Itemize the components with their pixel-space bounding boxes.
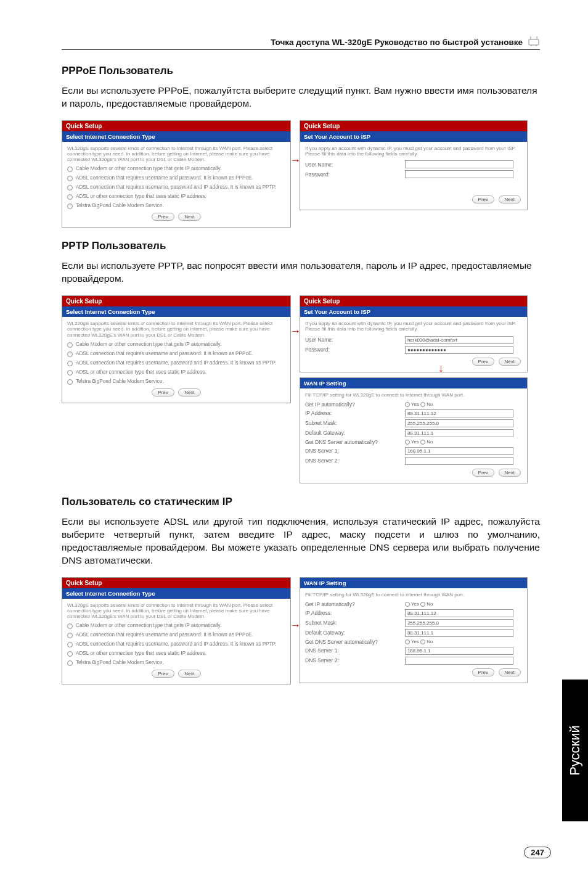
radio-label: Telstra BigPond Cable Modem Service. bbox=[76, 660, 163, 665]
section-text-pppoe: Если вы используете PPPoE, пожалуйтста в… bbox=[62, 84, 540, 110]
next-button[interactable]: Next bbox=[499, 195, 521, 203]
radio-icon[interactable] bbox=[67, 203, 73, 209]
radio-label: Cable Modem or other connection type tha… bbox=[76, 166, 221, 171]
username-label: User Name: bbox=[305, 337, 405, 343]
arrow-icon: → bbox=[290, 619, 301, 632]
panel-intro: WL320gE supports several kinds of connec… bbox=[67, 146, 285, 163]
radio-no[interactable] bbox=[420, 602, 425, 607]
page-header-title: Точка доступа WL-320gE Руководство по бы… bbox=[271, 38, 523, 47]
arrow-icon: → bbox=[290, 325, 301, 338]
panel-head: Quick Setup bbox=[300, 121, 527, 131]
radio-label: ADSL or other connection type that uses … bbox=[76, 194, 206, 199]
radio-icon[interactable] bbox=[67, 642, 73, 647]
password-label: Password: bbox=[305, 347, 405, 353]
mask-input[interactable]: 255.255.255.0 bbox=[405, 419, 513, 427]
password-input[interactable]: ●●●●●●●●●●●●● bbox=[405, 346, 513, 354]
panel-intro: Fill TCP/IP setting for WL320gE to conne… bbox=[305, 592, 522, 598]
radio-label: ADSL connection that requires username a… bbox=[76, 351, 253, 356]
radio-label: Telstra BigPond Cable Modem Service. bbox=[76, 203, 163, 208]
radio-yes[interactable] bbox=[405, 602, 410, 607]
username-input[interactable] bbox=[405, 160, 513, 168]
next-button[interactable]: Next bbox=[178, 388, 200, 396]
dns1-input[interactable]: 168.95.1.1 bbox=[405, 447, 513, 455]
panel-intro: If you apply an account with dynamic IP,… bbox=[305, 321, 522, 332]
get-ip-label: Get IP automatically? bbox=[305, 601, 405, 607]
panel-intro: WL320gE supports several kinds of connec… bbox=[67, 602, 285, 620]
radio-icon[interactable] bbox=[67, 651, 73, 657]
radio-icon[interactable] bbox=[67, 194, 73, 200]
panel-bar: Select Internet Connection Type bbox=[62, 131, 290, 142]
ip-label: IP Address: bbox=[305, 610, 405, 616]
radio-icon[interactable] bbox=[67, 370, 73, 376]
radio-label: Cable Modem or other connection type tha… bbox=[76, 623, 221, 628]
panel-head: Quick Setup bbox=[62, 296, 290, 306]
username-label: User Name: bbox=[305, 162, 405, 168]
radio-label: Cable Modem or other connection type tha… bbox=[76, 342, 221, 347]
next-button[interactable]: Next bbox=[178, 213, 200, 221]
radio-no[interactable] bbox=[420, 402, 425, 407]
language-tab: Русский bbox=[562, 680, 588, 821]
radio-icon[interactable] bbox=[67, 633, 73, 638]
panel-bar: Set Your Account to ISP bbox=[300, 306, 527, 317]
password-input[interactable] bbox=[405, 170, 513, 178]
dns2-label: DNS Server 2: bbox=[305, 657, 405, 663]
panel-intro: Fill TCP/IP setting for WL320gE to conne… bbox=[305, 392, 522, 398]
prev-button[interactable]: Prev bbox=[472, 469, 494, 477]
radio-icon[interactable] bbox=[67, 166, 73, 172]
prev-button[interactable]: Prev bbox=[472, 195, 494, 203]
section-title-pppoe: PPPoE Пользователь bbox=[62, 65, 540, 77]
next-button[interactable]: Next bbox=[499, 358, 521, 366]
radio-yes[interactable] bbox=[405, 402, 410, 407]
dns1-label: DNS Server 1: bbox=[305, 448, 405, 454]
arrow-icon: → bbox=[290, 154, 301, 167]
radio-yes[interactable] bbox=[405, 440, 410, 445]
dns-auto-label: Get DNS Server automatically? bbox=[305, 439, 405, 445]
dns1-label: DNS Server 1: bbox=[305, 647, 405, 654]
gw-label: Default Gateway: bbox=[305, 630, 405, 636]
dns1-input[interactable]: 168.95.1.1 bbox=[405, 647, 513, 655]
radio-label: ADSL or other connection type that uses … bbox=[76, 369, 206, 375]
radio-no[interactable] bbox=[420, 639, 425, 644]
mask-label: Subnet Mask: bbox=[305, 620, 405, 626]
gw-input[interactable]: 88.31.111.1 bbox=[405, 629, 513, 637]
radio-icon[interactable] bbox=[67, 361, 73, 366]
username-input[interactable]: herk030@adsl-comfort bbox=[405, 336, 513, 344]
panel-bar: Set Your Account to ISP bbox=[300, 131, 527, 142]
prev-button[interactable]: Prev bbox=[152, 670, 174, 678]
panel-intro: If you apply an account with dynamic IP,… bbox=[305, 146, 522, 157]
radio-icon[interactable] bbox=[67, 342, 73, 348]
prev-button[interactable]: Prev bbox=[152, 388, 174, 396]
radio-icon[interactable] bbox=[67, 623, 73, 629]
dns2-input[interactable] bbox=[405, 657, 513, 665]
ip-input[interactable]: 88.31.111.12 bbox=[405, 609, 513, 617]
next-button[interactable]: Next bbox=[499, 668, 521, 676]
radio-icon[interactable] bbox=[67, 185, 73, 191]
panel-intro: WL320gE supports several kinds of connec… bbox=[67, 321, 285, 338]
prev-button[interactable]: Prev bbox=[472, 358, 494, 366]
mask-label: Subnet Mask: bbox=[305, 420, 405, 426]
radio-label: ADSL or other connection type that uses … bbox=[76, 651, 206, 656]
radio-label: ADSL connection that requires username, … bbox=[76, 184, 276, 190]
gw-input[interactable]: 88.31.111.1 bbox=[405, 429, 513, 437]
panel-head: Quick Setup bbox=[62, 121, 290, 131]
mask-input[interactable]: 255.255.255.0 bbox=[405, 619, 513, 627]
next-button[interactable]: Next bbox=[499, 469, 521, 477]
radio-label: ADSL connection that requires username a… bbox=[76, 632, 253, 638]
radio-label: ADSL connection that requires username, … bbox=[76, 360, 276, 366]
radio-icon[interactable] bbox=[67, 660, 73, 666]
device-icon bbox=[528, 36, 540, 47]
radio-icon[interactable] bbox=[67, 176, 73, 181]
radio-icon[interactable] bbox=[67, 351, 73, 357]
dns2-label: DNS Server 2: bbox=[305, 458, 405, 464]
section-text-pptp: Если вы используете PPTP, вас попросят в… bbox=[62, 260, 540, 285]
prev-button[interactable]: Prev bbox=[472, 668, 494, 676]
dns2-input[interactable] bbox=[405, 457, 513, 465]
radio-icon[interactable] bbox=[67, 379, 73, 385]
radio-no[interactable] bbox=[420, 440, 425, 445]
panel-head: Quick Setup bbox=[62, 578, 290, 588]
radio-yes[interactable] bbox=[405, 639, 410, 644]
prev-button[interactable]: Prev bbox=[152, 213, 174, 221]
panel-bar: WAN IP Setting bbox=[300, 578, 527, 588]
ip-input[interactable]: 88.31.111.12 bbox=[405, 409, 513, 417]
next-button[interactable]: Next bbox=[178, 670, 200, 678]
